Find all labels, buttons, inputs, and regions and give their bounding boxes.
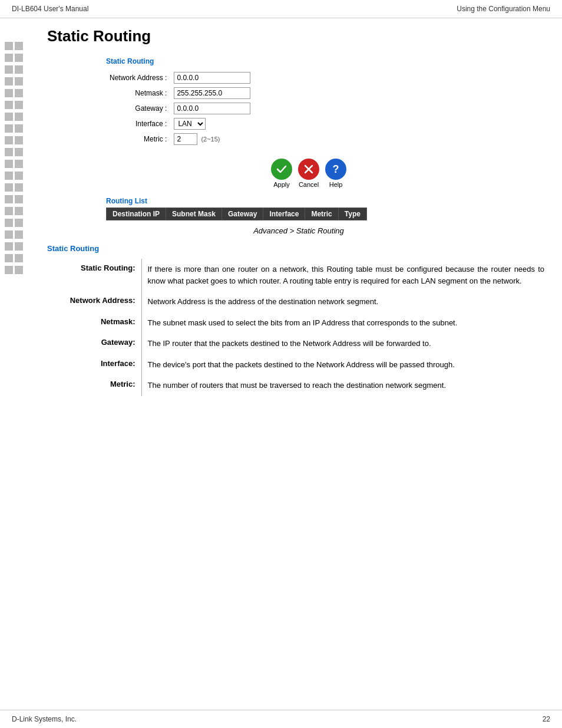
sidebar-sq bbox=[5, 113, 13, 121]
label-network-address: Network Address : bbox=[106, 70, 170, 85]
sidebar-row bbox=[5, 148, 35, 156]
form-row-interface: Interface : LAN WAN bbox=[106, 116, 254, 131]
sidebar-row bbox=[5, 266, 35, 274]
sidebar-sq bbox=[15, 160, 23, 168]
help-table: Static Routing: If there is more than on… bbox=[47, 259, 550, 396]
sidebar-sq bbox=[5, 183, 13, 192]
sidebar-sq bbox=[5, 254, 13, 262]
input-network-address[interactable] bbox=[174, 72, 250, 84]
input-gateway[interactable] bbox=[174, 103, 250, 114]
help-row: Static Routing: If there is more than on… bbox=[47, 259, 550, 291]
metric-row: (2~15) bbox=[174, 133, 250, 145]
apply-button[interactable]: Apply bbox=[271, 159, 292, 188]
help-row: Interface: The device's port that the pa… bbox=[47, 354, 550, 375]
sidebar-sq bbox=[5, 148, 13, 156]
sidebar-sq bbox=[5, 195, 13, 203]
col-type: Type bbox=[338, 208, 366, 220]
sidebar-sq bbox=[5, 219, 13, 227]
header-left: DI-LB604 User's Manual bbox=[12, 5, 88, 13]
sidebar-row bbox=[5, 136, 35, 144]
sidebar-row bbox=[5, 89, 35, 97]
help-desc: The number of routers that must be trave… bbox=[141, 375, 550, 396]
col-subnet-mask: Subnet Mask bbox=[166, 208, 222, 220]
sidebar-row bbox=[5, 160, 35, 168]
sidebar-sq bbox=[5, 266, 13, 274]
sidebar-row bbox=[5, 54, 35, 62]
sidebar-sq bbox=[5, 77, 13, 85]
sidebar-row bbox=[5, 42, 35, 50]
sidebar-sq bbox=[15, 42, 23, 50]
sidebar-sq bbox=[5, 230, 13, 239]
sidebar-sq bbox=[15, 266, 23, 274]
cancel-button[interactable]: Cancel bbox=[298, 159, 319, 188]
sidebar-row bbox=[5, 195, 35, 203]
sidebar-sq bbox=[5, 160, 13, 168]
sidebar-sq bbox=[15, 183, 23, 192]
sidebar-row bbox=[5, 172, 35, 180]
input-netmask[interactable] bbox=[174, 87, 250, 99]
sidebar-sq bbox=[15, 65, 23, 74]
cell-metric: (2~15) bbox=[170, 131, 254, 147]
help-row: Metric: The number of routers that must … bbox=[47, 375, 550, 396]
help-desc: The device's port that the packets desti… bbox=[141, 354, 550, 375]
sidebar bbox=[0, 18, 35, 710]
help-desc: The subnet mask used to select the bits … bbox=[141, 312, 550, 334]
form-row-network-address: Network Address : bbox=[106, 70, 254, 85]
apply-label: Apply bbox=[273, 181, 290, 188]
sidebar-sq bbox=[15, 207, 23, 215]
sidebar-sq bbox=[5, 136, 13, 144]
sidebar-row bbox=[5, 219, 35, 227]
cell-gateway bbox=[170, 101, 254, 116]
sidebar-sq bbox=[5, 89, 13, 97]
sidebar-sq bbox=[15, 77, 23, 85]
col-interface: Interface bbox=[263, 208, 305, 220]
main-content: Static Routing Static Routing Network Ad… bbox=[0, 18, 562, 710]
help-icon-circle: ? bbox=[325, 159, 346, 180]
page-title: Static Routing bbox=[47, 27, 550, 45]
help-label: Help bbox=[329, 181, 343, 188]
cell-netmask bbox=[170, 85, 254, 101]
sidebar-sq bbox=[15, 54, 23, 62]
routing-table-header: Destination IP Subnet Mask Gateway Inter… bbox=[107, 208, 367, 220]
cell-interface: LAN WAN bbox=[170, 116, 254, 131]
sidebar-row bbox=[5, 242, 35, 251]
col-gateway: Gateway bbox=[222, 208, 263, 220]
input-metric[interactable] bbox=[174, 133, 197, 145]
sidebar-sq bbox=[5, 54, 13, 62]
footer-left: D-Link Systems, Inc. bbox=[12, 715, 77, 723]
page-footer: D-Link Systems, Inc. 22 bbox=[0, 710, 562, 728]
content-area: Static Routing Static Routing Network Ad… bbox=[35, 18, 562, 710]
sidebar-sq bbox=[15, 195, 23, 203]
sidebar-row bbox=[5, 207, 35, 215]
sidebar-row bbox=[5, 183, 35, 192]
apply-icon-circle bbox=[271, 159, 292, 180]
breadcrumb: Advanced > Static Routing bbox=[47, 226, 550, 235]
form-row-netmask: Netmask : bbox=[106, 85, 254, 101]
select-interface[interactable]: LAN WAN bbox=[174, 118, 206, 130]
sidebar-sq bbox=[5, 65, 13, 74]
cancel-label: Cancel bbox=[299, 181, 319, 188]
sidebar-row bbox=[5, 124, 35, 133]
cancel-icon-circle bbox=[298, 159, 319, 180]
form-section-link[interactable]: Static Routing bbox=[106, 57, 550, 65]
sidebar-sq bbox=[5, 172, 13, 180]
help-term: Static Routing: bbox=[47, 259, 141, 291]
form-row-metric: Metric : (2~15) bbox=[106, 131, 254, 147]
sidebar-row bbox=[5, 254, 35, 262]
help-section-title: Static Routing bbox=[47, 244, 550, 253]
help-row: Network Address: Network Address is the … bbox=[47, 291, 550, 312]
col-metric: Metric bbox=[305, 208, 338, 220]
sidebar-sq bbox=[15, 89, 23, 97]
sidebar-row bbox=[5, 230, 35, 239]
form-row-gateway: Gateway : bbox=[106, 101, 254, 116]
label-gateway: Gateway : bbox=[106, 101, 170, 116]
sidebar-sq bbox=[5, 207, 13, 215]
sidebar-sq bbox=[15, 242, 23, 251]
sidebar-row bbox=[5, 65, 35, 74]
x-icon bbox=[303, 163, 315, 175]
sidebar-sq bbox=[15, 230, 23, 239]
routing-list-link[interactable]: Routing List bbox=[106, 197, 550, 205]
metric-hint: (2~15) bbox=[201, 136, 220, 143]
help-button[interactable]: ? Help bbox=[325, 159, 346, 188]
sidebar-sq bbox=[15, 254, 23, 262]
